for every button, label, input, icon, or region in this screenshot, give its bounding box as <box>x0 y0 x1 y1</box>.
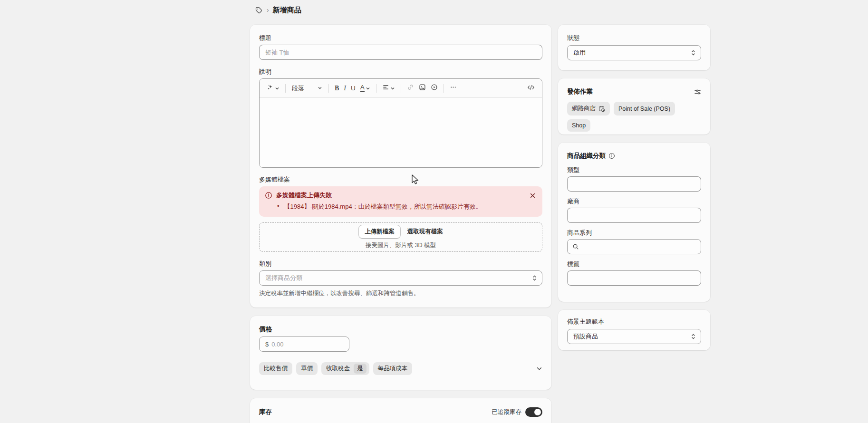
inventory-title: 庫存 <box>259 408 272 416</box>
toolbar-divider <box>444 84 444 93</box>
toolbar-divider <box>376 84 376 93</box>
status-label: 狀態 <box>567 34 701 42</box>
tags-input[interactable] <box>567 270 701 286</box>
channel-shop-chip[interactable]: Shop <box>567 119 590 132</box>
rich-text-editor: 段落 B I U A <box>259 78 542 168</box>
more-options-button[interactable] <box>447 82 459 95</box>
channel-online-store-chip[interactable]: 網路商店 <box>567 102 610 115</box>
sales-channels-list: 網路商店 Point of Sale (POS) Shop <box>567 102 701 132</box>
select-chevrons-icon <box>691 49 696 56</box>
channel-label: 網路商店 <box>572 105 596 113</box>
chevron-down-icon[interactable] <box>536 365 542 372</box>
select-existing-file-button[interactable]: 選取現有檔案 <box>407 228 443 236</box>
pricing-card: 價格 $ 比較售價 單價 收取稅金 是 每品項成本 <box>250 316 551 390</box>
cost-per-item-pill[interactable]: 每品項成本 <box>373 362 413 375</box>
inventory-tracked-label: 已追蹤庫存 <box>492 408 522 416</box>
image-icon <box>419 84 426 93</box>
type-label: 類型 <box>567 166 701 174</box>
media-label: 多媒體檔案 <box>259 175 542 184</box>
type-field: 類型 <box>567 166 701 192</box>
underline-button[interactable]: U <box>348 83 358 94</box>
description-textarea[interactable] <box>260 98 542 167</box>
media-upload-error-banner: 多媒體檔案上傳失敗 • 【1984】-關於1984.mp4：由於檔案類型無效，所… <box>259 186 542 217</box>
title-label: 標題 <box>259 34 542 42</box>
bold-button[interactable]: B <box>332 83 341 94</box>
organization-title: 商品組織分類 <box>567 152 606 160</box>
tags-field: 標籤 <box>567 260 701 286</box>
italic-button[interactable]: I <box>341 83 348 94</box>
sparkle-icon <box>267 84 274 93</box>
ai-magic-button[interactable] <box>264 82 282 95</box>
collections-label: 商品系列 <box>567 229 701 237</box>
insert-video-button[interactable] <box>428 82 440 95</box>
status-card: 狀態 啟用 <box>558 25 710 70</box>
bullet-icon: • <box>277 202 280 211</box>
channel-label: Point of Sale (POS) <box>618 106 670 112</box>
product-title-input[interactable] <box>259 45 542 60</box>
text-color-a-icon: A <box>360 84 365 92</box>
toolbar-divider <box>328 84 329 93</box>
add-product-page: › 新增商品 標題 說明 <box>0 0 868 423</box>
chevron-down-icon <box>390 84 395 93</box>
chevron-down-icon <box>366 84 370 93</box>
paragraph-style-select[interactable]: 段落 <box>289 82 325 95</box>
alignment-button[interactable] <box>380 82 397 95</box>
chevron-down-icon <box>318 85 322 92</box>
category-select-value: 選擇商品分類 <box>265 274 532 282</box>
page-title: 新增商品 <box>273 6 301 15</box>
vendor-label: 廠商 <box>567 197 701 206</box>
insert-link-button[interactable] <box>405 82 416 95</box>
upload-new-file-button[interactable]: 上傳新檔案 <box>358 225 401 239</box>
code-icon <box>527 84 535 93</box>
product-organization-card: 商品組織分類 類型 廠商 商品系列 <box>558 143 710 302</box>
status-select[interactable]: 啟用 <box>567 45 701 60</box>
manage-channels-icon[interactable] <box>694 88 701 96</box>
vendor-field: 廠商 <box>567 197 701 223</box>
ellipsis-icon <box>450 84 457 93</box>
category-select[interactable]: 選擇商品分類 <box>259 270 542 286</box>
inventory-card: 庫存 已追蹤庫存 <box>250 398 551 423</box>
text-color-button[interactable]: A <box>358 82 373 95</box>
error-detail-text: 【1984】-關於1984.mp4：由於檔案類型無效，所以無法確認影片有效。 <box>284 202 482 211</box>
error-banner-title: 多媒體檔案上傳失敗 <box>276 191 525 200</box>
type-input[interactable] <box>567 176 701 192</box>
theme-template-select[interactable]: 預設商品 <box>567 329 701 344</box>
breadcrumb-chevron-icon: › <box>267 6 269 14</box>
category-label: 類別 <box>259 260 542 268</box>
info-icon[interactable] <box>608 153 615 159</box>
breadcrumb: › 新增商品 <box>255 6 301 15</box>
publishing-card: 發佈作業 網路商店 <box>558 78 710 135</box>
show-html-button[interactable] <box>525 82 537 95</box>
paragraph-select-label: 段落 <box>292 84 304 93</box>
category-help-text: 決定稅率並新增中繼欄位，以改善搜尋、篩選和跨管道銷售。 <box>259 289 542 298</box>
schedule-icon <box>598 106 605 112</box>
vendor-input[interactable] <box>567 208 701 223</box>
inventory-tracked-toggle[interactable] <box>525 407 542 417</box>
unit-price-pill[interactable]: 單價 <box>296 362 318 375</box>
toolbar-divider <box>401 84 401 93</box>
description-label: 說明 <box>259 67 542 76</box>
theme-template-value: 預設商品 <box>573 332 691 341</box>
tags-label: 標籤 <box>567 260 701 269</box>
price-field[interactable]: $ <box>259 336 349 352</box>
charge-tax-pill[interactable]: 收取稅金 是 <box>321 362 369 375</box>
editor-toolbar: 段落 B I U A <box>260 79 542 98</box>
pricing-options-row: 比較售價 單價 收取稅金 是 每品項成本 <box>259 362 542 375</box>
search-icon <box>572 243 579 250</box>
collections-input[interactable] <box>582 243 696 250</box>
select-chevrons-icon <box>532 275 537 281</box>
theme-template-card: 佈景主題範本 預設商品 <box>558 310 710 350</box>
alert-circle-icon <box>265 192 272 199</box>
media-dropzone[interactable]: 上傳新檔案 選取現有檔案 接受圖片、影片或 3D 模型 <box>259 222 542 252</box>
select-chevrons-icon <box>691 333 696 340</box>
close-icon[interactable] <box>529 192 537 200</box>
insert-image-button[interactable] <box>416 82 428 95</box>
theme-template-label: 佈景主題範本 <box>567 317 701 326</box>
price-input[interactable] <box>271 341 328 348</box>
channel-pos-chip[interactable]: Point of Sale (POS) <box>614 102 675 115</box>
error-banner-detail-item: • 【1984】-關於1984.mp4：由於檔案類型無效，所以無法確認影片有效。 <box>277 202 537 211</box>
collections-field: 商品系列 <box>567 229 701 254</box>
compare-at-price-pill[interactable]: 比較售價 <box>259 362 292 375</box>
product-details-card: 標題 說明 <box>250 25 551 308</box>
tag-icon[interactable] <box>255 6 263 14</box>
